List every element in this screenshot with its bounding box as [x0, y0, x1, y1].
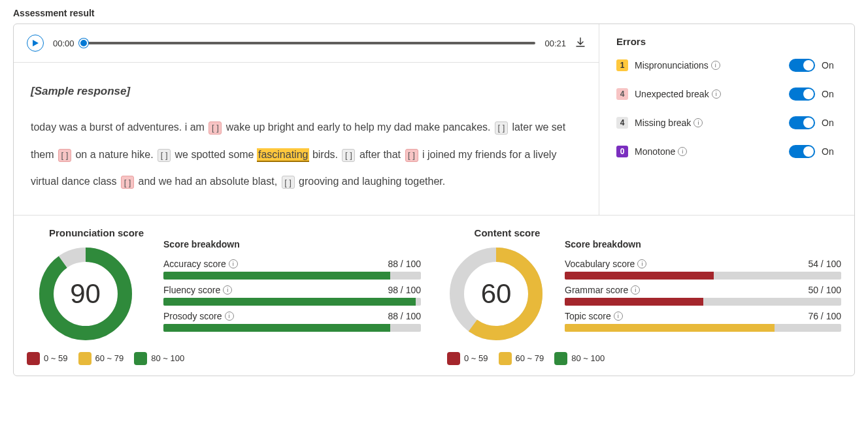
- error-count: 0: [616, 146, 628, 157]
- error-toggle[interactable]: [789, 116, 815, 129]
- content-breakdown: Score breakdown Vocabulary score i54 / 1…: [565, 227, 841, 343]
- metric-name: Grammar score i: [565, 285, 640, 295]
- download-button[interactable]: [575, 37, 586, 50]
- pronunciation-value: 90: [37, 245, 135, 343]
- seek-slider[interactable]: [84, 42, 536, 44]
- metric-bar: [163, 298, 421, 306]
- content-block: Content score 60 Score breakdown Vocabul…: [447, 227, 841, 365]
- content-value: 60: [447, 245, 545, 343]
- error-toggle[interactable]: [789, 88, 815, 101]
- legend-high: 80 ~ 100: [571, 353, 605, 363]
- metric-value: 88 / 100: [388, 311, 421, 321]
- info-icon[interactable]: i: [678, 147, 687, 156]
- scores-row: Pronunciation score 90 Score breakdown A…: [14, 215, 854, 376]
- toggle-state: On: [822, 89, 837, 99]
- legend-mid: 60 ~ 79: [95, 353, 124, 363]
- metric-value: 76 / 100: [808, 311, 841, 321]
- metric-row: Topic score i76 / 100: [565, 311, 841, 332]
- legend-low: 0 ~ 59: [464, 353, 488, 363]
- pronunciation-donut: 90: [37, 245, 135, 343]
- breakdown-title: Score breakdown: [565, 239, 841, 249]
- audio-player: 00:00 00:21: [14, 24, 599, 63]
- errors-title: Errors: [616, 36, 837, 47]
- error-row: 1Mispronunciations iOn: [616, 59, 837, 72]
- missing-break-icon[interactable]: [ ]: [495, 121, 508, 135]
- metric-name: Fluency score i: [163, 285, 232, 295]
- info-icon[interactable]: i: [712, 89, 721, 99]
- metric-fill: [163, 324, 390, 332]
- info-icon[interactable]: i: [223, 285, 232, 295]
- time-current: 00:00: [53, 39, 75, 48]
- info-icon[interactable]: i: [225, 312, 234, 321]
- mispronunciation-word[interactable]: fascinating: [257, 148, 310, 162]
- play-button[interactable]: [27, 35, 44, 52]
- legend-swatch-low: [27, 352, 40, 365]
- metric-name: Vocabulary score i: [565, 259, 646, 269]
- legend-low: 0 ~ 59: [44, 353, 68, 363]
- pronunciation-breakdown: Score breakdown Accuracy score i88 / 100…: [163, 227, 421, 343]
- play-icon: [32, 39, 39, 47]
- error-toggle[interactable]: [789, 145, 815, 158]
- info-icon[interactable]: i: [693, 118, 703, 127]
- legend-mid: 60 ~ 79: [516, 353, 544, 363]
- metric-fill: [565, 324, 775, 332]
- error-row: 4Unexpected break iOn: [616, 88, 837, 101]
- error-toggle[interactable]: [789, 59, 815, 72]
- metric-value: 50 / 100: [808, 285, 841, 295]
- metric-fill: [163, 272, 390, 280]
- toggle-state: On: [822, 146, 837, 157]
- metric-name: Accuracy score i: [163, 259, 238, 269]
- metric-bar: [565, 298, 841, 306]
- sample-response-label: [Sample response]: [31, 77, 582, 106]
- legend-swatch-mid: [499, 352, 512, 365]
- legend-high: 80 ~ 100: [151, 353, 184, 363]
- breakdown-title: Score breakdown: [163, 239, 421, 249]
- error-label: Missing break i: [635, 118, 782, 128]
- transcript: [Sample response] today was a burst of a…: [14, 63, 599, 215]
- info-icon[interactable]: i: [711, 61, 720, 70]
- time-duration: 00:21: [544, 39, 566, 48]
- metric-value: 88 / 100: [388, 259, 421, 269]
- unexpected-break-icon[interactable]: [ ]: [209, 121, 222, 135]
- score-legend: 0 ~ 59 60 ~ 79 80 ~ 100: [447, 352, 841, 365]
- legend-swatch-mid: [78, 352, 92, 365]
- error-label: Monotone i: [635, 146, 782, 157]
- legend-swatch-low: [447, 352, 460, 365]
- assessment-panel: 00:00 00:21 [Sample response] today was …: [13, 24, 855, 376]
- metric-bar: [163, 324, 421, 332]
- missing-break-icon[interactable]: [ ]: [342, 149, 355, 162]
- info-icon[interactable]: i: [229, 259, 238, 268]
- metric-name: Prosody score i: [163, 311, 233, 321]
- download-icon: [575, 37, 586, 48]
- toggle-state: On: [822, 118, 837, 128]
- info-icon[interactable]: i: [637, 259, 646, 268]
- seek-thumb[interactable]: [79, 39, 88, 48]
- unexpected-break-icon[interactable]: [ ]: [58, 149, 71, 162]
- info-icon[interactable]: i: [614, 312, 623, 321]
- error-label: Mispronunciations i: [635, 60, 782, 71]
- metric-fill: [565, 272, 714, 280]
- content-title: Content score: [475, 227, 541, 238]
- error-label: Unexpected break i: [635, 89, 782, 99]
- error-row: 0Monotone iOn: [616, 145, 837, 158]
- metric-row: Grammar score i50 / 100: [565, 285, 841, 306]
- missing-break-icon[interactable]: [ ]: [282, 176, 295, 189]
- legend-swatch-high: [134, 352, 147, 365]
- metric-fill: [565, 298, 703, 306]
- error-count: 4: [616, 88, 628, 100]
- error-count: 4: [616, 117, 628, 129]
- score-legend: 0 ~ 59 60 ~ 79 80 ~ 100: [27, 352, 421, 365]
- pronunciation-title: Pronunciation score: [49, 227, 144, 238]
- pronunciation-block: Pronunciation score 90 Score breakdown A…: [27, 227, 421, 365]
- info-icon[interactable]: i: [631, 285, 640, 295]
- transcript-body: today was a burst of adventures. i am [ …: [31, 121, 565, 187]
- legend-swatch-high: [554, 352, 567, 365]
- missing-break-icon[interactable]: [ ]: [158, 149, 171, 162]
- metric-row: Fluency score i98 / 100: [163, 285, 421, 306]
- metric-value: 98 / 100: [388, 285, 421, 295]
- toggle-state: On: [822, 60, 837, 71]
- metric-row: Accuracy score i88 / 100: [163, 259, 421, 280]
- unexpected-break-icon[interactable]: [ ]: [121, 176, 134, 189]
- unexpected-break-icon[interactable]: [ ]: [405, 149, 418, 162]
- error-row: 4Missing break iOn: [616, 116, 837, 129]
